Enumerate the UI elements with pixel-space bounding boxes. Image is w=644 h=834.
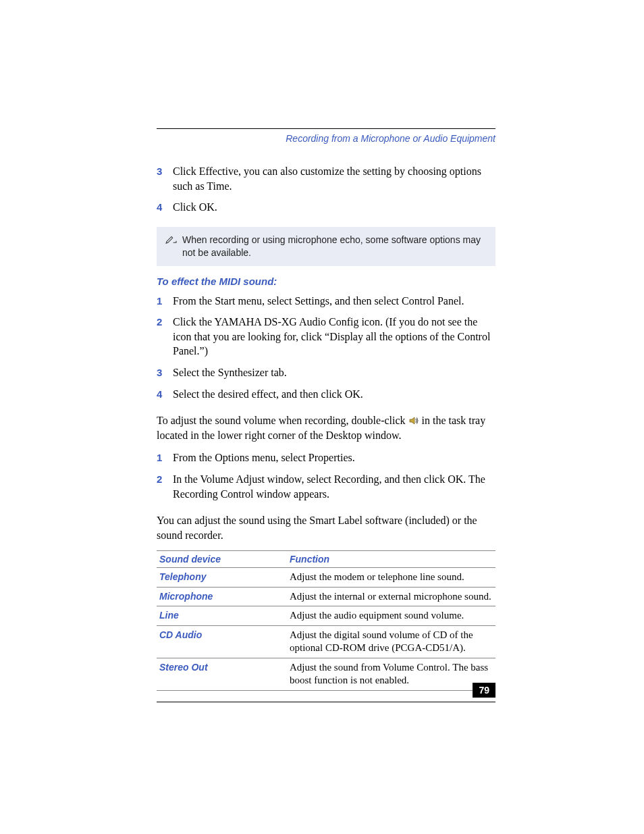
- step-item: 3 Select the Synthesizer tab.: [157, 365, 495, 380]
- step-number: 2: [157, 472, 173, 486]
- step-text: Click the YAMAHA DS-XG Audio Config icon…: [173, 315, 495, 359]
- cell-device: Stereo Out: [157, 658, 287, 690]
- step-text: In the Volume Adjust window, select Reco…: [173, 472, 495, 501]
- step-number: 2: [157, 315, 173, 329]
- table-header-device: Sound device: [157, 551, 287, 568]
- top-rule: [157, 128, 495, 129]
- step-item: 4 Select the desired effect, and then cl…: [157, 387, 495, 402]
- step-list-2: 1 From the Start menu, select Settings, …: [157, 294, 495, 402]
- step-text: Select the desired effect, and then clic…: [173, 387, 495, 402]
- para1-part-a: To adjust the sound volume when recordin…: [157, 415, 408, 426]
- step-list-1: 3 Click Effective, you can also customiz…: [157, 164, 495, 215]
- step-text: Click OK.: [173, 200, 495, 215]
- note-text: When recording or using microphone echo,…: [182, 234, 487, 259]
- step-text: Click Effective, you can also customize …: [173, 164, 495, 193]
- sound-device-table: Sound device Function Telephony Adjust t…: [157, 550, 495, 691]
- page: Recording from a Microphone or Audio Equ…: [0, 0, 644, 834]
- step-number: 3: [157, 365, 173, 380]
- step-item: 2 In the Volume Adjust window, select Re…: [157, 472, 495, 501]
- paragraph-smart-label: You can adjust the sound using the Smart…: [157, 513, 495, 542]
- cell-function: Adjust the modem or telephone line sound…: [287, 568, 495, 588]
- subheading-midi: To effect the MIDI sound:: [157, 276, 495, 287]
- table-row: CD Audio Adjust the digital sound volume…: [157, 625, 495, 658]
- table-header-function: Function: [287, 551, 495, 568]
- cell-device: Telephony: [157, 568, 287, 588]
- step-number: 4: [157, 200, 173, 214]
- footer: 79: [157, 702, 495, 702]
- step-text: From the Start menu, select Settings, an…: [173, 294, 495, 309]
- step-number: 1: [157, 294, 173, 308]
- bottom-rule: [157, 702, 495, 702]
- step-text: Select the Synthesizer tab.: [173, 365, 495, 380]
- cell-function: Adjust the audio equipment sound volume.: [287, 606, 495, 626]
- step-item: 2 Click the YAMAHA DS-XG Audio Config ic…: [157, 315, 495, 359]
- cell-device: Line: [157, 606, 287, 626]
- header-title: Recording from a Microphone or Audio Equ…: [157, 133, 495, 144]
- page-number: 79: [473, 683, 495, 698]
- step-item: 1 From the Start menu, select Settings, …: [157, 294, 495, 309]
- step-item: 1 From the Options menu, select Properti…: [157, 450, 495, 465]
- speaker-icon: [408, 415, 419, 426]
- step-number: 1: [157, 450, 173, 465]
- table-row: Stereo Out Adjust the sound from Volume …: [157, 658, 495, 690]
- table-row: Telephony Adjust the modem or telephone …: [157, 568, 495, 588]
- step-number: 3: [157, 164, 173, 178]
- note-pencil-icon: [165, 234, 182, 246]
- cell-device: Microphone: [157, 587, 287, 606]
- step-text: From the Options menu, select Properties…: [173, 450, 495, 465]
- step-item: 3 Click Effective, you can also customiz…: [157, 164, 495, 193]
- note-box: When recording or using microphone echo,…: [157, 227, 495, 266]
- step-list-3: 1 From the Options menu, select Properti…: [157, 450, 495, 501]
- cell-function: Adjust the sound from Volume Control. Th…: [287, 658, 495, 690]
- cell-device: CD Audio: [157, 625, 287, 658]
- step-item: 4 Click OK.: [157, 200, 495, 215]
- cell-function: Adjust the digital sound volume of CD of…: [287, 625, 495, 658]
- paragraph-volume-adjust: To adjust the sound volume when recordin…: [157, 413, 495, 442]
- table-row: Microphone Adjust the internal or extern…: [157, 587, 495, 606]
- table-row: Line Adjust the audio equipment sound vo…: [157, 606, 495, 626]
- step-number: 4: [157, 387, 173, 401]
- cell-function: Adjust the internal or external micropho…: [287, 587, 495, 606]
